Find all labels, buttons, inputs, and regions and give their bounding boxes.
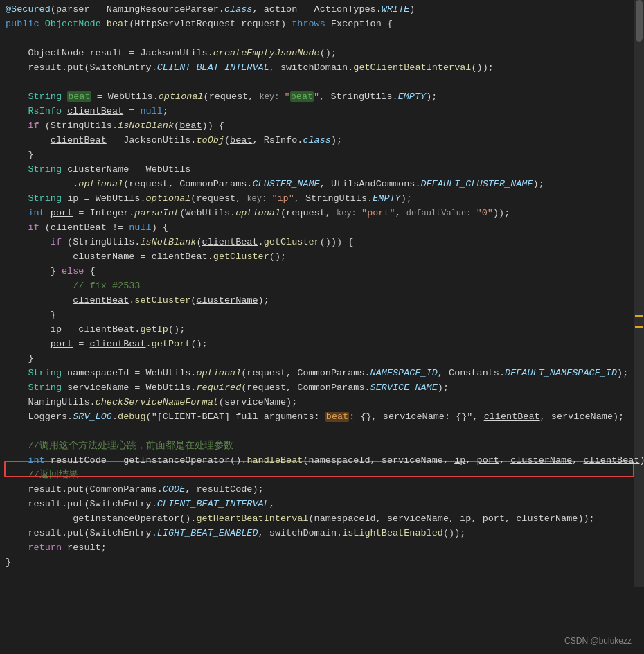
code-line-20: // fix #2533 [6, 279, 630, 294]
code-line-35: result.put(SwitchEntry.CLIENT_BEAT_INTER… [6, 497, 630, 512]
code-line-15: int port = Integer.parseInt(WebUtils.opt… [6, 206, 630, 221]
code-line-19: } else { [6, 265, 630, 279]
scrollbar-thumb-v[interactable] [636, 0, 643, 42]
code-line-12: String clusterName = WebUtils [6, 163, 630, 177]
code-line-25: } [6, 352, 630, 366]
code-line-7: String beat = WebUtils.optional(request,… [6, 90, 630, 105]
code-line-33: //返回结果 [6, 468, 630, 483]
code-line-26: String namespaceId = WebUtils.optional(r… [6, 366, 630, 381]
code-line-2: public ObjectNode beat(HttpServletReques… [6, 17, 630, 32]
code-line-9: if (StringUtils.isNotBlank(beat)) { [6, 119, 630, 134]
scroll-marker-2 [635, 326, 643, 328]
code-line-24: port = clientBeat.getPort(); [6, 337, 630, 352]
code-line-39: } [6, 556, 630, 570]
code-line-27: String serviceName = WebUtils.required(r… [6, 381, 630, 396]
code-line-22: } [6, 308, 630, 323]
code-line-14: String ip = WebUtils.optional(request, k… [6, 192, 630, 206]
code-line-37: result.put(SwitchEntry.LIGHT_BEAT_ENABLE… [6, 527, 630, 541]
code-editor: @Secured(parser = NamingResourceParser.c… [0, 0, 644, 587]
vertical-scrollbar[interactable] [634, 0, 644, 587]
code-line-23: ip = clientBeat.getIp(); [6, 323, 630, 337]
code-line-16: if (clientBeat != null) { [6, 221, 630, 236]
code-line-31: //调用这个方法处理心跳，前面都是在处理参数 [6, 439, 630, 454]
scroll-marker-1 [635, 315, 643, 317]
code-line-40 [6, 570, 630, 585]
code-line-10: clientBeat = JacksonUtils.toObj(beat, Rs… [6, 134, 630, 148]
code-line-8: RsInfo clientBeat = null; [6, 105, 630, 119]
code-line-21: clientBeat.setCluster(clusterName); [6, 294, 630, 308]
code-line-4: ObjectNode result = JacksonUtils.createE… [6, 46, 630, 61]
code-line-13: .optional(request, CommonParams.CLUSTER_… [6, 177, 630, 192]
code-line-32: int resultCode = getInstanceOperator().h… [6, 454, 630, 468]
code-line-18: clusterName = clientBeat.getCluster(); [6, 250, 630, 265]
code-line-1: @Secured(parser = NamingResourceParser.c… [6, 3, 630, 17]
code-line-3 [6, 32, 630, 46]
watermark: CSDN @bulukezz [564, 636, 632, 646]
code-line-28: NamingUtils.checkServiceNameFormat(servi… [6, 396, 630, 410]
code-line-17: if (StringUtils.isNotBlank(clientBeat.ge… [6, 236, 630, 250]
code-line-6 [6, 76, 630, 90]
code-line-36: getInstanceOperator().getHeartBeatInterv… [6, 512, 630, 527]
code-line-11: } [6, 148, 630, 163]
code-line-29: Loggers.SRV_LOG.debug("[CLIENT-BEAT] ful… [6, 410, 630, 425]
code-line-38: return result; [6, 541, 630, 556]
code-line-30 [6, 425, 630, 439]
code-line-34: result.put(CommonParams.CODE, resultCode… [6, 483, 630, 497]
code-line-5: result.put(SwitchEntry.CLIENT_BEAT_INTER… [6, 61, 630, 76]
